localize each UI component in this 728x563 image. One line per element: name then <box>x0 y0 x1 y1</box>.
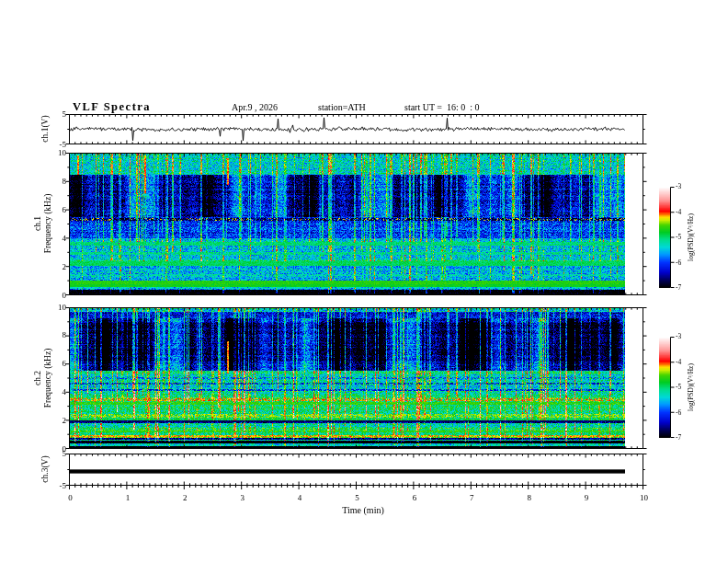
y-tick-label: 5 <box>39 110 66 119</box>
colorbar-tick-label: -3 <box>676 333 681 340</box>
date-label: Apr.9 , 2026 <box>232 102 278 112</box>
ch3-voltage-axis-label: ch.3(V) <box>40 455 51 482</box>
start-ut-label: start UT = 16: 0 : 0 <box>404 102 480 112</box>
colorbar2-label: log(PSD)(V²/Hz) <box>687 363 695 411</box>
colorbar-tick-label: -7 <box>676 434 681 442</box>
x-tick-label: 1 <box>114 494 142 502</box>
colorbar-tick-label: -3 <box>676 183 681 190</box>
colorbar-tick-label: -4 <box>676 209 681 216</box>
station-label: station=ATH <box>318 102 366 112</box>
ch2-axis-label-line1: ch.2 <box>33 371 42 385</box>
ch1-voltage-axis-label: ch.1(V) <box>40 115 51 142</box>
y-tick-label: 2 <box>39 417 66 425</box>
colorbar-tick-label: -6 <box>676 409 681 417</box>
colorbar1-gradient <box>659 187 670 288</box>
colorbar-tick-label: -5 <box>676 384 681 391</box>
ch3-waveform-canvas <box>70 454 634 485</box>
y-tick-label: 2 <box>39 263 66 271</box>
vlf-spectra-figure: VLF Spectra Apr.9 , 2026 station=ATH sta… <box>0 0 728 563</box>
x-tick-label: 4 <box>286 494 313 502</box>
x-tick-label: 8 <box>516 494 543 502</box>
y-tick-label: 6 <box>39 360 66 368</box>
colorbar-tick-label: -7 <box>676 284 681 292</box>
ch1-spectrogram-canvas <box>70 154 634 294</box>
y-tick-label: 8 <box>39 178 66 186</box>
y-tick-label: 0 <box>39 292 66 300</box>
y-tick-label: 6 <box>39 206 66 214</box>
y-tick-label: 4 <box>39 388 66 396</box>
colorbar1-label: log(PSD)(V²/Hz) <box>687 213 695 261</box>
x-tick-label: 0 <box>57 494 85 502</box>
x-tick-label: 3 <box>229 494 256 502</box>
x-tick-label: 10 <box>631 494 658 502</box>
ch2-frequency-axis-label: ch.2 Frequency (kHz) <box>33 349 53 408</box>
y-tick-label: 8 <box>39 331 66 339</box>
ch1-frequency-axis-label: ch.1 Frequency (kHz) <box>33 194 53 254</box>
colorbar-tick-label: -4 <box>676 359 681 366</box>
x-tick-label: 9 <box>573 494 600 502</box>
colorbar2-gradient <box>659 337 670 438</box>
ch1-axis-label-line2: Frequency (kHz) <box>43 194 52 254</box>
ch1-axis-label-line1: ch.1 <box>33 216 42 231</box>
figure-title: VLF Spectra <box>73 100 151 114</box>
x-tick-label: 7 <box>458 494 485 502</box>
time-axis-label: Time (min) <box>317 505 409 515</box>
x-tick-label: 2 <box>171 494 199 502</box>
ch2-axis-label-line2: Frequency (kHz) <box>43 349 52 408</box>
y-tick-label: -5 <box>39 482 66 490</box>
y-tick-label: 10 <box>39 304 66 312</box>
colorbar-tick-label: -5 <box>676 234 681 241</box>
x-tick-label: 5 <box>344 494 371 502</box>
ch1-waveform-canvas <box>70 115 634 144</box>
x-tick-label: 6 <box>401 494 428 502</box>
y-tick-label: 4 <box>39 235 66 243</box>
ch2-spectrogram-canvas <box>70 308 634 448</box>
colorbar-tick-label: -6 <box>676 259 681 267</box>
y-tick-label: 10 <box>39 149 66 157</box>
y-tick-label: 5 <box>39 450 66 458</box>
